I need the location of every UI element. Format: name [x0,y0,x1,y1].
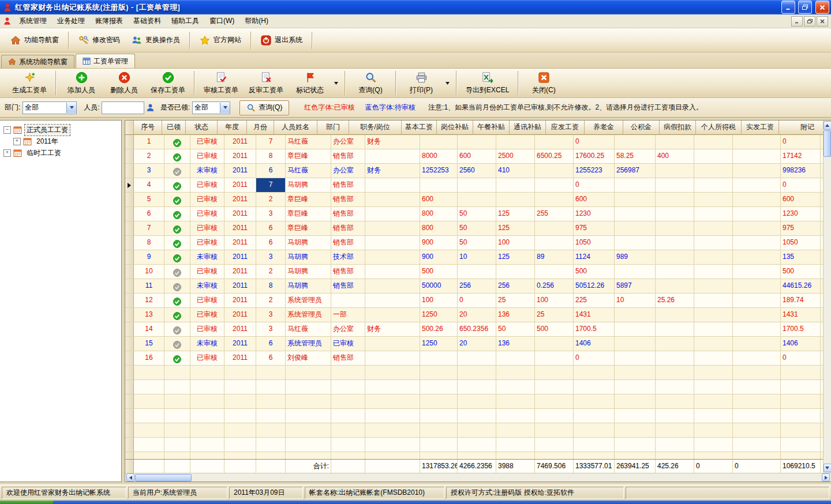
expand-icon[interactable]: + [3,149,11,157]
cell-net: 600 [781,193,821,207]
table-row[interactable]: 12已审核20112系统管理员1000251002251025.26189.74 [125,294,823,308]
table-row[interactable]: 5已审核20112章巨峰销售部600600600 [125,193,823,207]
column-header[interactable]: 养老金 [585,121,623,135]
horizontal-scrollbar[interactable] [125,473,831,482]
main-toolbar-button-7[interactable]: 标记状态 [289,70,331,97]
main-toolbar-button-3[interactable]: 删除人员 [103,70,145,97]
table-row[interactable]: 11未审核20118马胡腾销售部500002562560.25650512.26… [125,279,823,294]
column-header[interactable]: 部门 [317,121,349,135]
column-header[interactable]: 序号 [134,121,162,135]
vertical-scrollbar[interactable] [823,121,831,473]
column-header[interactable]: 基本工资 [402,121,437,135]
scroll-up-icon[interactable] [823,121,831,130]
collapse-icon[interactable]: − [3,126,11,134]
scroll-down-icon[interactable] [823,464,831,472]
start-button-sliver[interactable] [0,501,53,504]
query-button[interactable]: 查询(Q) [239,100,289,115]
main-toolbar-button-4[interactable]: 保存工资单 [145,70,190,97]
mdi-minimize-button[interactable] [791,16,803,27]
column-header[interactable]: 职务/岗位 [349,121,402,135]
top-toolbar-button-2[interactable]: 修改密码 [73,32,126,49]
column-header[interactable]: 岗位补贴 [437,121,473,135]
menu-item[interactable]: 窗口(W) [204,14,239,28]
cell-net: 975 [781,221,821,236]
table-row[interactable]: 15未审核20116系统管理员已审核12502013614061406 [125,337,823,351]
main-toolbar-button-5[interactable]: 审核工资单 [199,70,244,97]
column-header[interactable]: 状态 [186,121,218,135]
top-toolbar-button-4[interactable]: 官方网站 [194,32,247,49]
main-toolbar-button-1[interactable]: 生成工资单 [7,70,52,97]
dropdown-arrow-icon[interactable] [331,82,341,85]
table-row[interactable]: 6已审核20113章巨峰销售部80050125255123012302011 [125,207,823,221]
cell-base: 800 [420,207,458,221]
dropdown-arrow-icon[interactable] [443,82,452,85]
cell-month: 3 [256,207,286,221]
column-header[interactable]: 通讯补贴 [510,121,546,135]
table-row[interactable]: 13已审核20113系统管理员一部12502013625143114312011 [125,308,823,322]
column-header[interactable]: 午餐补贴 [473,121,510,135]
horizontal-scroll-thumb[interactable] [135,474,192,482]
cell-lunch_allowance: 136 [496,337,535,351]
title-bar: 红管家财务出纳记账系统(注册版) - [工资单管理] [0,0,831,14]
scroll-right-icon[interactable] [822,473,830,482]
main-toolbar-button-11[interactable]: 关闭(C) [522,70,565,97]
main-toolbar-button-9[interactable]: 打印(P) [400,70,443,97]
column-header[interactable]: 公积金 [623,121,660,135]
received-dropdown[interactable]: 全部 [192,101,230,114]
empty-cell [535,394,574,409]
tab-2[interactable]: 工资单管理 [76,54,135,68]
menu-item[interactable]: 账簿报表 [90,14,128,28]
menu-item[interactable]: 帮助(H) [239,14,274,28]
menu-item[interactable]: 业务处理 [52,14,90,28]
empty-cell [190,438,224,452]
table-row[interactable]: 8已审核20116马胡腾销售部9005010010501050 [125,236,823,250]
mdi-restore-button[interactable] [804,16,815,27]
top-toolbar-button-1[interactable]: 功能导航窗 [5,32,65,49]
table-row[interactable]: 7已审核20116章巨峰销售部80050125975975 [125,221,823,236]
dept-dropdown[interactable]: 全部 [23,101,77,114]
table-row[interactable]: 3未审核20116马红薇办公室财务12522532560410125522325… [125,164,823,178]
menu-item[interactable]: 基础资料 [128,14,166,28]
tree-item[interactable]: −正式员工工资 [1,124,120,136]
column-header[interactable]: 个人所得税 [696,121,742,135]
tab-1[interactable]: 系统功能导航窗 [1,55,74,68]
column-header[interactable]: 已领 [162,121,186,135]
column-header[interactable]: 月份 [247,121,274,135]
column-header[interactable]: 年度 [218,121,247,135]
person-input[interactable] [102,101,144,114]
main-toolbar-button-8[interactable]: 查询(Q) [349,70,392,97]
table-row[interactable]: 4已审核20117马胡腾销售部002011 [125,178,823,193]
vertical-scroll-thumb[interactable] [823,130,831,157]
chevron-down-icon[interactable] [220,103,230,113]
top-toolbar-button-3[interactable]: 更换操作员 [126,32,186,49]
scroll-left-icon[interactable] [126,473,134,482]
expand-icon[interactable]: + [13,138,21,145]
main-toolbar-button-6[interactable]: 反审工资单 [244,70,289,97]
table-row[interactable]: 16已审核20116刘俊峰销售部00 [125,351,823,366]
table-row[interactable]: 1已审核20117马红薇办公室财务00 [125,135,823,149]
cell-status: 已审核 [190,178,224,193]
tree-item[interactable]: +临时工工资 [1,147,120,159]
main-toolbar-button-2[interactable]: 添加人员 [60,70,103,97]
table-row[interactable]: 9未审核20113马胡腾技术部900101258911249891352011 [125,250,823,265]
main-toolbar-button-10[interactable]: 导出到EXCEL [461,70,514,97]
chevron-down-icon[interactable] [66,103,76,113]
column-header[interactable]: 病假扣款 [660,121,696,135]
column-header[interactable]: 实发工资 [742,121,779,135]
column-header[interactable]: 附记 [779,121,823,135]
close-button[interactable] [815,1,829,14]
column-header[interactable]: 应发工资 [546,121,585,135]
menu-item[interactable]: 系统管理 [14,14,52,28]
tree-item[interactable]: +2011年 [1,136,120,147]
table-row[interactable]: 10已审核20112马胡腾销售部500500500 [125,265,823,279]
column-header[interactable]: 人员姓名 [274,121,317,135]
menu-item[interactable]: 辅助工具 [166,14,204,28]
minimize-button[interactable] [781,1,795,14]
mdi-close-button[interactable] [817,16,828,27]
empty-cell [164,366,190,380]
top-toolbar-button-5[interactable]: 退出系统 [255,32,308,49]
empty-cell [733,423,781,438]
table-row[interactable]: 2已审核20118章巨峰销售部800060025006500.2517600.2… [125,149,823,164]
table-row[interactable]: 14已审核20113马红薇办公室财务500.26650.235650500170… [125,322,823,337]
restore-button[interactable] [798,1,812,14]
